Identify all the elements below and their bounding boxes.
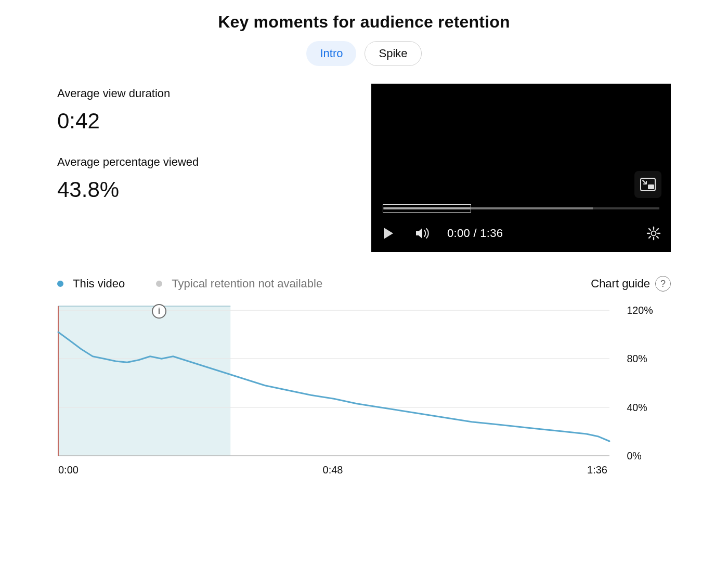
avg-percent-viewed-value: 43.8% <box>57 177 356 202</box>
svg-rect-1 <box>648 184 654 189</box>
svg-line-8 <box>657 236 658 238</box>
video-progress[interactable] <box>383 204 659 213</box>
y-tick-80: 80% <box>627 353 647 364</box>
play-button[interactable] <box>379 223 398 243</box>
video-time-readout: 0:00 / 1:36 <box>447 227 503 240</box>
svg-line-7 <box>649 229 651 230</box>
legend-dot-typical <box>156 281 162 287</box>
pip-button[interactable] <box>634 171 661 198</box>
pip-icon <box>640 178 656 191</box>
legend-dot-this-video <box>57 281 63 287</box>
volume-button[interactable] <box>413 223 433 243</box>
x-axis-ticks: 0:00 0:48 1:36 <box>57 464 671 476</box>
x-tick-0: 0:00 <box>58 464 79 476</box>
stats-panel: Average view duration 0:42 Average perce… <box>57 84 356 202</box>
volume-icon <box>415 227 431 240</box>
avg-percent-viewed-label: Average percentage viewed <box>57 155 356 169</box>
moment-type-chips: Intro Spike <box>57 41 671 66</box>
y-tick-120: 120% <box>627 305 653 316</box>
legend-typical-na: Typical retention not available <box>172 277 322 290</box>
legend-this-video: This video <box>73 277 125 290</box>
retention-chart[interactable]: i 0%40%80%120% 0:00 0:48 1:36 <box>57 305 671 482</box>
gear-icon <box>646 226 661 241</box>
svg-point-2 <box>652 231 656 236</box>
y-tick-40: 40% <box>627 402 647 413</box>
avg-view-duration-value: 0:42 <box>57 109 356 134</box>
svg-rect-11 <box>58 306 230 456</box>
y-tick-0: 0% <box>627 450 641 461</box>
info-icon[interactable]: i <box>152 304 166 319</box>
settings-button[interactable] <box>644 223 664 243</box>
x-tick-1: 0:48 <box>323 464 343 476</box>
video-controls: 0:00 / 1:36 <box>379 223 664 244</box>
x-tick-2: 1:36 <box>587 464 607 476</box>
help-icon: ? <box>655 276 671 292</box>
chart-guide-button[interactable]: Chart guide ? <box>591 276 671 292</box>
chart-legend: This video Typical retention not availab… <box>57 276 671 292</box>
chart-guide-label: Chart guide <box>591 277 650 290</box>
video-player[interactable]: 0:00 / 1:36 <box>371 84 671 252</box>
svg-line-10 <box>649 236 651 238</box>
chip-intro[interactable]: Intro <box>306 41 356 66</box>
svg-line-9 <box>657 229 658 230</box>
chip-spike[interactable]: Spike <box>365 41 421 66</box>
progress-selection[interactable] <box>383 204 471 213</box>
avg-view-duration-label: Average view duration <box>57 87 356 100</box>
play-icon <box>382 227 395 240</box>
page-title: Key moments for audience retention <box>57 12 671 32</box>
